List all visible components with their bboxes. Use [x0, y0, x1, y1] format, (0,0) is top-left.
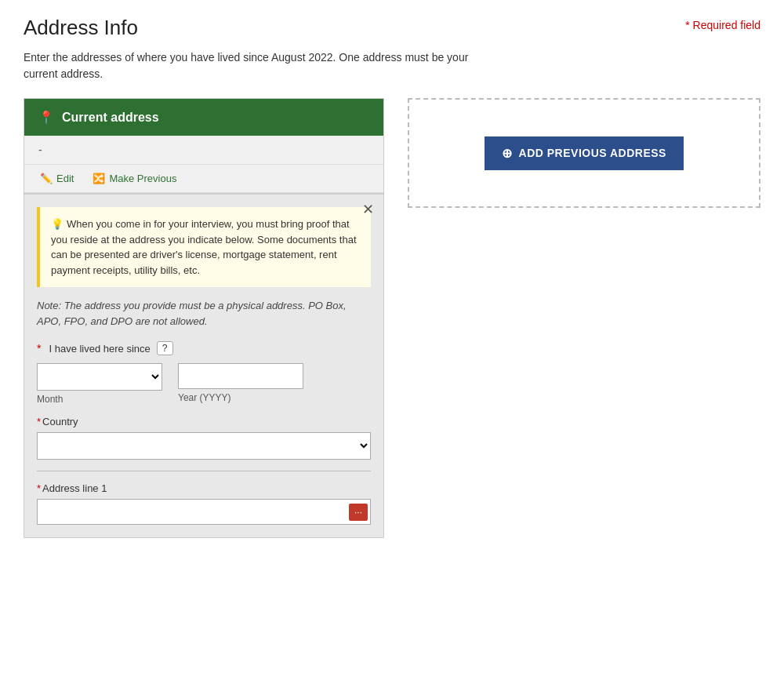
- country-section: *Country United States Canada Mexico: [37, 416, 371, 460]
- country-label-wrapper: *Country: [37, 416, 371, 427]
- help-button[interactable]: ?: [157, 341, 173, 355]
- current-address-card: 📍 Current address - ✏️ Edit 🔀 Make Previ…: [24, 98, 384, 194]
- card-actions: ✏️ Edit 🔀 Make Previous: [24, 165, 383, 193]
- month-field-group: January February March April May June Ju…: [37, 363, 162, 405]
- address-lookup-icon: ···: [354, 507, 362, 518]
- plus-circle-icon: ⊕: [502, 146, 513, 161]
- make-previous-icon: 🔀: [93, 173, 105, 184]
- year-label: Year (YYYY): [178, 392, 303, 403]
- month-select[interactable]: January February March April May June Ju…: [37, 363, 162, 391]
- page-subtitle: Enter the addresses of where you have li…: [24, 49, 478, 82]
- address-line-section: *Address line 1 ···: [37, 482, 371, 525]
- make-previous-button[interactable]: 🔀 Make Previous: [89, 171, 180, 186]
- edit-button[interactable]: ✏️ Edit: [37, 171, 77, 186]
- close-button[interactable]: ✕: [362, 202, 374, 216]
- bulb-icon: 💡: [51, 218, 64, 230]
- month-label: Month: [37, 394, 162, 405]
- note-text: Note: The address you provide must be a …: [37, 298, 371, 329]
- edit-icon: ✏️: [40, 173, 53, 184]
- country-label: Country: [42, 416, 78, 427]
- lived-here-since-label: I have lived here since: [49, 343, 150, 355]
- make-previous-label: Make Previous: [109, 173, 176, 184]
- tip-text: When you come in for your interview, you…: [51, 218, 357, 276]
- form-panel: ✕ 💡When you come in for your interview, …: [24, 194, 384, 538]
- right-panel: ⊕ ADD PREVIOUS ADDRESS: [408, 98, 760, 208]
- left-panel: 📍 Current address - ✏️ Edit 🔀 Make Previ…: [24, 98, 384, 538]
- address-lookup-button[interactable]: ···: [349, 504, 368, 521]
- year-input[interactable]: [178, 363, 303, 389]
- year-field-group: Year (YYYY): [178, 363, 303, 405]
- tip-box: 💡When you come in for your interview, yo…: [37, 207, 371, 287]
- address-line-1-input[interactable]: [37, 499, 371, 525]
- address-line-1-label: Address line 1: [42, 482, 107, 494]
- required-star-address: *: [37, 482, 41, 494]
- required-field-note: * Required field: [685, 16, 760, 31]
- add-previous-address-label: ADD PREVIOUS ADDRESS: [519, 147, 666, 159]
- pin-icon: 📍: [38, 110, 54, 125]
- add-previous-address-button[interactable]: ⊕ ADD PREVIOUS ADDRESS: [485, 136, 684, 170]
- current-address-title: Current address: [62, 111, 159, 125]
- date-fields: January February March April May June Ju…: [37, 363, 371, 405]
- edit-label: Edit: [56, 173, 74, 184]
- required-star-lived: *: [37, 342, 41, 355]
- address-line-input-wrap: ···: [37, 499, 371, 525]
- current-address-header: 📍 Current address: [24, 99, 383, 136]
- divider: [37, 471, 371, 471]
- required-star-country: *: [37, 416, 41, 427]
- page-title: Address Info: [24, 16, 138, 40]
- address-dash-value: -: [24, 136, 383, 165]
- lived-here-since-row: * I have lived here since ?: [37, 341, 371, 355]
- country-select[interactable]: United States Canada Mexico: [37, 432, 371, 460]
- address-line-label-wrapper: *Address line 1: [37, 482, 371, 494]
